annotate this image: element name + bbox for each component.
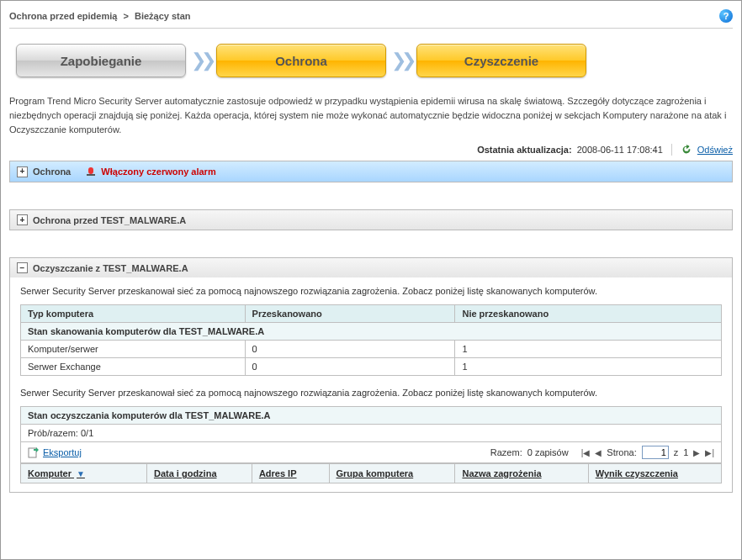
scan-status-table: Stan skanowania komputerów dla TEST_MALW… — [20, 304, 722, 376]
step-protect-label: Ochrona — [275, 54, 327, 68]
col-scanned: Przeskanowano — [245, 305, 455, 323]
page-first-icon[interactable]: |◀ — [581, 448, 591, 457]
col-ip[interactable]: Adres IP — [252, 464, 329, 483]
scan-description: Serwer Security Server przeskanował sieć… — [20, 286, 722, 296]
page-label: Strona: — [607, 447, 636, 457]
toolbar-row: Eksportuj Razem: 0 zapisów |◀ ◀ Strona: … — [20, 442, 722, 463]
col-computer-type: Typ komputera — [21, 305, 246, 323]
step-wizard: Zapobieganie ❯❯ Ochrona ❯❯ Czyszczenie — [9, 29, 733, 89]
breadcrumb: Ochrona przed epidemią > Bieżący stan — [9, 11, 191, 21]
page-last-icon[interactable]: ▶| — [705, 448, 714, 457]
breadcrumb-sep: > — [123, 11, 128, 21]
total-label: Razem: — [490, 447, 522, 457]
refresh-icon[interactable] — [681, 144, 692, 156]
last-update-value: 2008-06-11 17:08:41 — [577, 145, 663, 155]
alarm-icon — [86, 166, 96, 177]
step-clean-label: Czyszczenie — [464, 54, 538, 68]
attempts-value: 0/1 — [81, 428, 93, 438]
panel-cleanup-malware: − Oczyszczanie z TEST_MALWARE.A Serwer S… — [9, 257, 733, 493]
svg-rect-0 — [88, 167, 93, 174]
export-icon — [28, 446, 40, 458]
alarm-text: Włączony czerwony alarm — [101, 166, 215, 177]
total-value: 0 zapisów — [527, 447, 569, 457]
step-clean[interactable]: Czyszczenie — [416, 44, 586, 77]
export-link[interactable]: Eksportuj — [43, 447, 82, 457]
panel-protection: + Ochrona Włączony czerwony alarm — [9, 161, 733, 182]
breadcrumb-group: Ochrona przed epidemią — [9, 11, 117, 21]
col-result[interactable]: Wynik czyszczenia — [588, 464, 721, 483]
step-prevent[interactable]: Zapobieganie — [16, 44, 186, 77]
divider — [671, 144, 672, 156]
scan-table-caption: Stan skanowania komputerów dla TEST_MALW… — [21, 323, 722, 341]
table-row: Serwer Exchange 0 1 — [21, 358, 722, 376]
expand-toggle[interactable]: + — [17, 214, 28, 225]
refresh-link[interactable]: Odśwież — [697, 145, 733, 155]
attempts-cell: Prób/razem: 0/1 — [21, 425, 722, 442]
last-update-label: Ostatnia aktualizacja: — [477, 145, 572, 155]
table-row: Komputer/serwer 0 1 — [21, 341, 722, 358]
clean-description: Serwer Security Server przeskanował sieć… — [20, 388, 722, 398]
step-arrow-icon: ❯❯ — [191, 50, 211, 71]
intro-text: Program Trend Micro Security Server auto… — [9, 94, 733, 137]
clean-status-table: Stan oczyszczania komputerów dla TEST_MA… — [20, 406, 722, 442]
col-computer-label: Komputer — [28, 468, 72, 478]
cell-not-scanned: 1 — [455, 358, 722, 376]
cell-type: Komputer/serwer — [21, 341, 246, 358]
sort-desc-icon: ▼ — [77, 469, 85, 478]
cell-type: Serwer Exchange — [21, 358, 246, 376]
col-not-scanned: Nie przeskanowano — [455, 305, 722, 323]
page-input[interactable] — [642, 446, 669, 459]
cell-scanned: 0 — [245, 341, 455, 358]
panel-title: Ochrona przed TEST_MALWARE.A — [33, 215, 186, 225]
col-group[interactable]: Grupa komputera — [329, 464, 455, 483]
expand-toggle[interactable]: + — [17, 166, 28, 177]
page-of: z — [674, 447, 679, 457]
col-threat[interactable]: Nazwa zagrożenia — [455, 464, 588, 483]
svg-rect-1 — [87, 174, 95, 176]
panel-title: Oczyszczanie z TEST_MALWARE.A — [33, 263, 188, 273]
help-icon[interactable]: ? — [719, 9, 733, 23]
cell-not-scanned: 1 — [455, 341, 722, 358]
clean-table-caption: Stan oczyszczania komputerów dla TEST_MA… — [21, 407, 722, 425]
panel-title: Ochrona — [33, 166, 71, 177]
step-arrow-icon: ❯❯ — [391, 50, 411, 71]
step-protect[interactable]: Ochrona — [216, 44, 386, 77]
col-computer[interactable]: Komputer ▼ — [21, 464, 147, 483]
attempts-label: Prób/razem: — [28, 428, 78, 438]
breadcrumb-page: Bieżący stan — [135, 11, 191, 21]
results-table-header: Komputer ▼ Data i godzina Adres IP Grupa… — [20, 463, 722, 483]
collapse-toggle[interactable]: − — [17, 262, 28, 273]
page-next-icon[interactable]: ▶ — [693, 448, 700, 457]
panel-protection-malware: + Ochrona przed TEST_MALWARE.A — [9, 209, 733, 230]
page-total: 1 — [683, 447, 688, 457]
cell-scanned: 0 — [245, 358, 455, 376]
page-prev-icon[interactable]: ◀ — [595, 448, 602, 457]
step-prevent-label: Zapobieganie — [61, 54, 142, 68]
col-datetime[interactable]: Data i godzina — [146, 464, 252, 483]
